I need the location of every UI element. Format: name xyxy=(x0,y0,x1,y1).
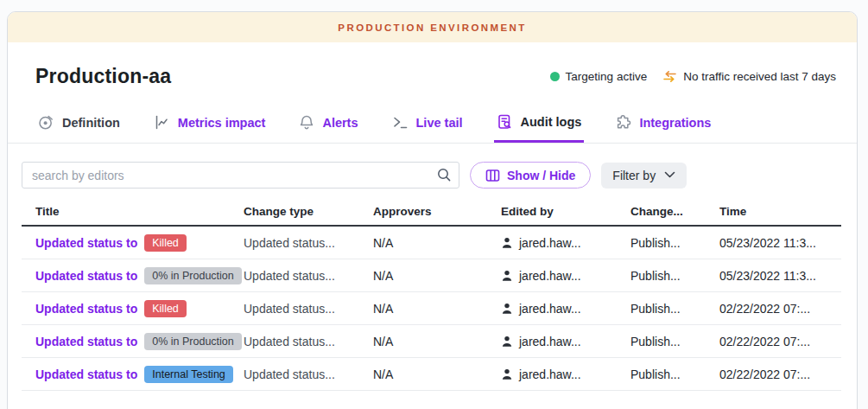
edited-by-cell: jared.haw... xyxy=(501,302,630,316)
tab-bar: Definition Metrics impact Alerts xyxy=(8,102,857,144)
approvers-cell: N/A xyxy=(373,367,501,381)
tab-metrics-impact-label: Metrics impact xyxy=(178,116,266,130)
edited-by-name: jared.haw... xyxy=(519,367,581,381)
traffic-status-label: No traffic received last 7 days xyxy=(683,70,836,83)
person-icon xyxy=(501,368,513,380)
environment-banner-label: PRODUCTION ENVIRONMENT xyxy=(338,22,526,33)
table-row[interactable]: Updated status to Killed Updated status.… xyxy=(22,292,841,325)
edited-by-name: jared.haw... xyxy=(519,302,581,316)
change-cell: Publish... xyxy=(630,236,719,250)
change-cell: Publish... xyxy=(630,367,719,381)
tab-live-tail-label: Live tail xyxy=(416,116,463,130)
tab-metrics-impact[interactable]: Metrics impact xyxy=(151,103,269,143)
tab-definition[interactable]: Definition xyxy=(35,103,123,143)
person-icon xyxy=(501,303,513,315)
title-link[interactable]: Updated status to xyxy=(35,236,137,250)
title-link[interactable]: Updated status to xyxy=(35,367,137,381)
environment-card: PRODUCTION ENVIRONMENT Production-aa Tar… xyxy=(7,11,858,409)
person-icon xyxy=(501,237,513,249)
status-badge: Killed xyxy=(144,234,187,252)
bell-icon xyxy=(299,114,314,131)
title-cell: Updated status to 0% in Production xyxy=(22,267,244,284)
status-badge: Killed xyxy=(144,300,187,317)
metrics-icon xyxy=(154,114,170,131)
table-row[interactable]: Updated status to 0% in Production Updat… xyxy=(22,325,841,358)
change-type-cell: Updated status... xyxy=(244,236,373,250)
targeting-status-label: Targeting active xyxy=(566,70,648,83)
time-cell: 02/22/2022 07:... xyxy=(719,335,841,348)
edited-by-name: jared.haw... xyxy=(519,335,581,348)
change-cell: Publish... xyxy=(630,302,719,316)
tab-integrations-label: Integrations xyxy=(639,116,711,130)
traffic-arrows-icon xyxy=(662,70,677,83)
page-title: Production-aa xyxy=(35,65,171,88)
tab-integrations[interactable]: Integrations xyxy=(612,103,713,143)
time-cell: 05/23/2022 11:3... xyxy=(719,269,841,283)
title-cell: Updated status to Killed xyxy=(22,300,244,317)
title-link[interactable]: Updated status to xyxy=(35,269,137,283)
tab-audit-logs-label: Audit logs xyxy=(521,115,582,129)
columns-icon xyxy=(485,169,500,182)
person-icon xyxy=(501,336,513,348)
approvers-cell: N/A xyxy=(373,335,501,348)
tab-audit-logs[interactable]: Audit logs xyxy=(494,102,585,143)
column-header-edited-by[interactable]: Edited by xyxy=(501,205,630,218)
title-cell: Updated status to Killed xyxy=(22,234,244,252)
definition-icon xyxy=(38,114,54,131)
terminal-icon xyxy=(392,114,409,131)
tab-definition-label: Definition xyxy=(62,116,120,130)
page-header: Production-aa Targeting active No traffi… xyxy=(8,42,857,88)
person-icon xyxy=(501,270,513,282)
column-header-approvers[interactable]: Approvers xyxy=(373,205,501,218)
edited-by-cell: jared.haw... xyxy=(501,367,630,381)
status-badge: Internal Testing xyxy=(144,366,233,383)
audit-table-body: Updated status to Killed Updated status.… xyxy=(22,227,841,391)
chevron-down-icon xyxy=(664,171,675,179)
environment-banner: PRODUCTION ENVIRONMENT xyxy=(8,12,857,42)
table-row[interactable]: Updated status to 0% in Production Updat… xyxy=(22,259,841,292)
show-hide-button[interactable]: Show / Hide xyxy=(470,162,591,189)
title-cell: Updated status to 0% in Production xyxy=(22,333,244,350)
column-header-change-type[interactable]: Change type xyxy=(244,205,373,218)
title-link[interactable]: Updated status to xyxy=(35,302,137,316)
search-box xyxy=(22,162,459,189)
change-cell: Publish... xyxy=(630,269,719,283)
approvers-cell: N/A xyxy=(373,269,501,283)
column-header-title[interactable]: Title xyxy=(22,205,244,218)
search-input[interactable] xyxy=(22,162,459,189)
tab-live-tail[interactable]: Live tail xyxy=(390,103,466,143)
column-header-time[interactable]: Time xyxy=(719,205,841,218)
tab-alerts[interactable]: Alerts xyxy=(296,103,360,143)
change-type-cell: Updated status... xyxy=(244,302,373,316)
green-dot-icon xyxy=(550,72,560,81)
change-type-cell: Updated status... xyxy=(244,335,373,348)
tab-alerts-label: Alerts xyxy=(322,116,358,130)
show-hide-label: Show / Hide xyxy=(507,169,575,182)
table-row[interactable]: Updated status to Internal Testing Updat… xyxy=(22,358,841,391)
status-badge: 0% in Production xyxy=(144,267,242,284)
audit-toolbar: Show / Hide Filter by xyxy=(8,144,857,189)
title-link[interactable]: Updated status to xyxy=(35,335,137,348)
puzzle-icon xyxy=(615,114,631,131)
edited-by-cell: jared.haw... xyxy=(501,335,630,348)
title-cell: Updated status to Internal Testing xyxy=(22,366,244,383)
time-cell: 02/22/2022 07:... xyxy=(719,302,841,316)
approvers-cell: N/A xyxy=(373,302,501,316)
audit-log-table: Title Change type Approvers Edited by Ch… xyxy=(22,198,841,391)
status-indicators: Targeting active No traffic received las… xyxy=(550,70,836,83)
edited-by-cell: jared.haw... xyxy=(501,269,630,283)
change-type-cell: Updated status... xyxy=(244,367,373,381)
edited-by-cell: jared.haw... xyxy=(501,236,630,250)
traffic-status: No traffic received last 7 days xyxy=(662,70,836,83)
column-header-change[interactable]: Change... xyxy=(630,205,719,218)
filter-by-button[interactable]: Filter by xyxy=(601,163,687,189)
table-row[interactable]: Updated status to Killed Updated status.… xyxy=(22,227,841,259)
table-header-row: Title Change type Approvers Edited by Ch… xyxy=(22,198,841,227)
targeting-status: Targeting active xyxy=(550,70,648,83)
status-badge: 0% in Production xyxy=(144,333,242,350)
edited-by-name: jared.haw... xyxy=(519,269,581,283)
change-type-cell: Updated status... xyxy=(244,269,373,283)
filter-by-label: Filter by xyxy=(612,169,656,182)
time-cell: 02/22/2022 07:... xyxy=(719,367,841,381)
approvers-cell: N/A xyxy=(373,236,501,250)
